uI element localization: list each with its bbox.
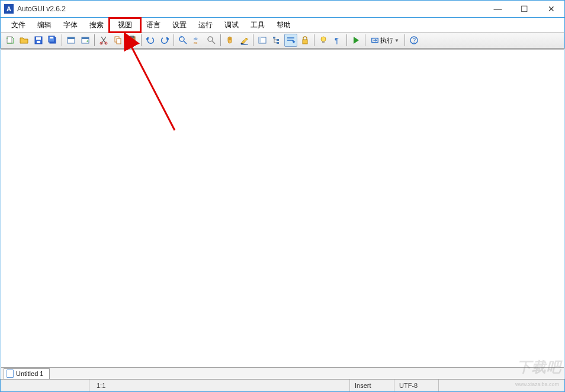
menu-language[interactable]: 语言 (140, 18, 166, 32)
redo-button[interactable] (158, 34, 171, 47)
pencil-button[interactable] (237, 34, 251, 47)
svg-rect-18 (130, 36, 134, 38)
app-icon: A (4, 4, 14, 14)
save-all-button[interactable] (46, 34, 59, 47)
toolbar-separator (62, 34, 62, 46)
toolbar-separator (220, 34, 221, 46)
play-button[interactable] (349, 34, 362, 47)
svg-text:ab: ab (194, 37, 198, 40)
svg-rect-32 (322, 41, 325, 43)
find-button[interactable]: A (176, 34, 190, 47)
lock-button[interactable] (298, 34, 312, 47)
status-mode: Insert (350, 380, 394, 391)
menu-search[interactable]: 搜索 (84, 18, 110, 32)
svg-rect-27 (273, 37, 275, 38)
bulb-button[interactable] (317, 34, 330, 47)
replace-button[interactable]: abac (191, 34, 204, 47)
help-button[interactable]: ? (407, 34, 420, 47)
window-controls: — ☐ ✕ (484, 1, 564, 17)
hand-button[interactable] (223, 34, 236, 47)
pilcrow-button[interactable]: ¶ (331, 34, 344, 47)
toolbar-separator (174, 34, 174, 46)
new-window-button[interactable]: + (79, 34, 92, 47)
toolbar-separator (346, 34, 347, 46)
svg-rect-26 (259, 37, 261, 43)
toolbar-separator (253, 34, 253, 46)
status-position: 1:1 (89, 380, 350, 391)
menu-settings[interactable]: 设置 (166, 18, 192, 32)
menu-file[interactable]: 文件 (5, 18, 31, 32)
svg-text:¶: ¶ (335, 36, 339, 45)
maximize-button[interactable]: ☐ (511, 1, 538, 17)
svg-point-24 (208, 37, 213, 41)
svg-rect-7 (50, 37, 53, 38)
svg-rect-30 (303, 40, 307, 44)
status-encoding: UTF-8 (394, 380, 439, 391)
svg-rect-16 (117, 38, 121, 44)
document-icon (7, 369, 14, 378)
run-label-button[interactable]: 执行 ▼ (368, 34, 402, 47)
minimize-button[interactable]: — (484, 1, 511, 17)
menu-bar: 文件 编辑 字体 搜索 视图 语言 设置 运行 调试 工具 帮助 (0, 18, 565, 32)
svg-rect-3 (36, 37, 41, 40)
svg-point-31 (321, 37, 326, 41)
save-button[interactable] (32, 34, 45, 47)
menu-font[interactable]: 字体 (57, 18, 84, 32)
menu-tools[interactable]: 工具 (245, 18, 271, 32)
run-label-text: 执行 (380, 36, 393, 45)
undo-button[interactable] (144, 34, 157, 47)
svg-rect-28 (277, 39, 279, 41)
status-blank (1, 380, 89, 391)
document-tab[interactable]: Untitled 1 (4, 368, 50, 379)
paste-button[interactable] (126, 34, 139, 47)
zoom-button[interactable] (205, 34, 218, 47)
toolbar-separator (405, 34, 405, 46)
svg-rect-9 (68, 37, 75, 39)
new-file-button[interactable]: + (4, 34, 17, 47)
dropdown-icon: ▼ (394, 38, 399, 43)
menu-edit[interactable]: 编辑 (31, 18, 57, 32)
panel-button[interactable] (256, 34, 269, 47)
document-tab-strip: Untitled 1 (1, 367, 564, 379)
window-title: AutoGUI v2.6.2 (17, 5, 484, 13)
menu-debug[interactable]: 调试 (219, 18, 245, 32)
toolbar-separator (141, 34, 142, 46)
text-editor[interactable] (1, 50, 564, 367)
svg-text:+: + (6, 36, 8, 40)
toolbar-separator (314, 34, 314, 46)
cut-button[interactable] (97, 34, 110, 47)
close-button[interactable]: ✕ (538, 1, 564, 17)
wrap-button[interactable] (284, 34, 297, 47)
editor-area (1, 49, 564, 367)
menu-view[interactable]: 视图 (110, 18, 140, 32)
svg-text:+: + (86, 38, 89, 44)
document-tab-label: Untitled 1 (16, 370, 43, 377)
toolbar-separator (365, 34, 365, 46)
copy-button[interactable] (111, 34, 124, 47)
toolbar: + + A abac ¶ 执行 ▼ ? (0, 32, 565, 49)
svg-rect-29 (277, 42, 279, 44)
svg-rect-19 (130, 39, 134, 43)
menu-run[interactable]: 运行 (192, 18, 219, 32)
window-button[interactable] (65, 34, 78, 47)
status-bar: 1:1 Insert UTF-8 (0, 379, 565, 392)
svg-text:ac: ac (194, 41, 197, 44)
title-bar: A AutoGUI v2.6.2 — ☐ ✕ (0, 0, 565, 18)
toolbar-separator (94, 34, 95, 46)
tree-button[interactable] (270, 34, 283, 47)
svg-rect-4 (37, 41, 40, 43)
open-file-button[interactable] (18, 34, 31, 47)
svg-text:?: ? (412, 37, 416, 44)
menu-help[interactable]: 帮助 (271, 18, 297, 32)
